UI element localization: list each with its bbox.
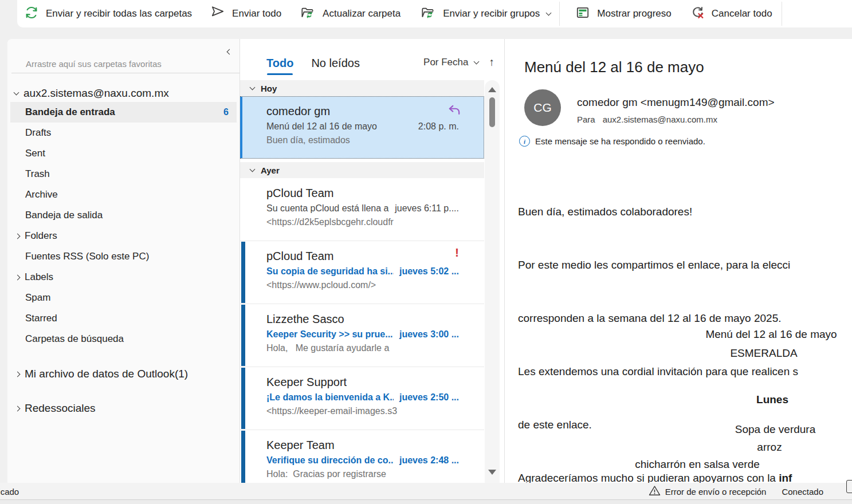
folder-label: Starred [25, 313, 57, 324]
group-header-today[interactable]: Hoy [240, 80, 484, 96]
sidebar-divider [11, 73, 239, 73]
message-preview: <https://d2k5eplsbcgehr.cloudfr [266, 217, 459, 227]
data-file-label: Redessociales [25, 402, 96, 415]
toolbar-separator [782, 2, 782, 26]
message-row[interactable]: Lizzethe Sasco Keeper Security >> su pru… [240, 304, 484, 367]
unread-indicator-bar [241, 305, 245, 366]
chevron-down-icon [250, 84, 256, 90]
menu-dish-line: arroz [757, 441, 782, 454]
status-bar: licado Error de envío o recepción Conect… [0, 483, 852, 500]
folder-label: Drafts [25, 127, 51, 139]
to-label: Para [577, 115, 595, 124]
toolbar-button-label: Actualizar carpeta [323, 8, 401, 19]
send-icon [210, 5, 225, 22]
message-time: 2:08 p. m. [413, 121, 459, 132]
message-subject: Keeper Security >> su prue... [266, 329, 393, 340]
message-row[interactable]: pCloud Team Su cuenta pCloud está llena … [240, 178, 484, 241]
scroll-down-icon[interactable] [488, 470, 496, 475]
sidebar-item-search-folders[interactable]: Carpetas de búsqueda [7, 329, 239, 349]
folder-label: Bandeja de entrada [25, 107, 115, 118]
sidebar-item-archive[interactable]: Archive [7, 184, 239, 205]
unread-count-badge: 6 [223, 107, 237, 117]
sidebar-item-rss[interactable]: Fuentes RSS (Solo este PC) [7, 246, 239, 267]
folder-list: Bandeja de entrada 6 Drafts Sent Trash A… [7, 102, 239, 349]
message-time: jueves 2:48 ... [394, 455, 459, 466]
message-sender: comedor gm [266, 104, 459, 119]
message-row[interactable]: Keeper Support ¡Le damos la bienvenida a… [240, 367, 484, 430]
sort-ascending-icon[interactable]: ↑ [489, 56, 495, 69]
sidebar-item-spam[interactable]: Spam [7, 288, 239, 308]
info-icon: i [519, 136, 530, 147]
message-sender: pCloud Team [266, 249, 459, 263]
unread-indicator-bar [241, 368, 245, 429]
tab-unread[interactable]: No leídos [311, 56, 360, 75]
folder-sidebar: Arrastre aquí sus carpetas favoritas aux… [7, 39, 240, 483]
account-header[interactable]: aux2.sistemas@naxu.com.mx [7, 86, 239, 101]
list-scrollbar[interactable] [485, 80, 500, 483]
info-banner-text: Este mensaje se ha respondido o reenviad… [535, 136, 705, 146]
menu-title-line: Menú del 12 al 16 de mayo [705, 328, 837, 341]
toolbar-button-label: Enviar todo [232, 8, 281, 19]
folder-sync-icon [420, 5, 436, 22]
message-sender: Keeper Team [266, 438, 459, 452]
cancel-sync-icon [690, 5, 705, 22]
email-subject-title: Menú del 12 al 16 de mayo [524, 58, 704, 76]
cancel-all-button[interactable]: Cancelar todo [689, 2, 774, 25]
reading-pane: Menú del 12 al 16 de mayo CG comedor gm … [505, 39, 852, 483]
send-receive-error-status[interactable]: Error de envío o recepción [649, 485, 767, 498]
message-row[interactable]: pCloud Team ! Su copia de seguridad ha s… [240, 241, 484, 304]
error-status-text: Error de envío o recepción [665, 487, 767, 497]
body-line: Les extendemos una cordial invitación pa… [518, 363, 798, 380]
message-row[interactable]: Keeper Team Verifique su dirección de co… [240, 430, 484, 483]
folder-label: Carpetas de búsqueda [25, 333, 124, 345]
message-subject: Menú del 12 al 16 de mayo [266, 121, 377, 132]
sidebar-item-labels[interactable]: Labels [7, 267, 239, 288]
tab-all[interactable]: Todo [266, 56, 293, 75]
send-all-button[interactable]: Enviar todo [209, 2, 282, 25]
sidebar-item-outlook-data-file[interactable]: Mi archivo de datos de Outlook(1) [7, 363, 239, 385]
message-preview: Hola: Gracias por registrarse [266, 469, 459, 479]
folder-label: Spam [25, 292, 50, 304]
message-sender: pCloud Team [266, 186, 459, 200]
sidebar-item-starred[interactable]: Starred [7, 308, 239, 329]
outlook-main-panel: Arrastre aquí sus carpetas favoritas aux… [7, 39, 852, 483]
sidebar-item-outbox[interactable]: Bandeja de salida [7, 205, 239, 226]
message-preview: Buen día, estimados [266, 135, 459, 145]
menu-restaurant-line: ESMERALDA [730, 347, 797, 360]
toolbar-separator [559, 2, 560, 26]
scrollbar-thumb[interactable] [489, 97, 495, 127]
sidebar-item-trash[interactable]: Trash [7, 164, 239, 184]
favorites-hint: Arrastre aquí sus carpetas favoritas [26, 58, 239, 70]
sort-by-label: Por Fecha [423, 57, 468, 68]
toolbar-button-label: Enviar y recibir todas las carpetas [46, 8, 192, 19]
chevron-right-icon [15, 233, 21, 239]
sidebar-item-folders[interactable]: Folders [7, 226, 239, 246]
update-folder-button[interactable]: Actualizar carpeta [299, 2, 402, 25]
sidebar-item-drafts[interactable]: Drafts [7, 123, 239, 143]
toolbar-button-label: Mostrar progreso [597, 8, 671, 19]
message-subject: Verifique su dirección de co... [266, 455, 394, 466]
sidebar-item-sent[interactable]: Sent [7, 143, 239, 164]
folder-label: Trash [25, 168, 50, 180]
scroll-up-icon[interactable] [488, 87, 496, 92]
group-label: Hoy [261, 84, 277, 93]
chevron-down-icon [546, 10, 552, 15]
sidebar-item-redessociales[interactable]: Redessociales [7, 397, 239, 419]
body-line: Buen día, estimados colaboradores! [518, 203, 798, 220]
collapse-sidebar-button[interactable] [227, 46, 231, 56]
show-progress-button[interactable]: Mostrar progreso [574, 2, 672, 25]
chevron-down-icon [250, 166, 256, 172]
send-receive-groups-button[interactable]: Enviar y recibir grupos [419, 2, 552, 25]
group-header-yesterday[interactable]: Ayer [240, 162, 484, 178]
message-subject: ¡Le damos la bienvenida a K... [266, 392, 394, 403]
sidebar-item-inbox[interactable]: Bandeja de entrada 6 [10, 102, 237, 123]
toolbar-button-label: Enviar y recibir grupos [443, 8, 540, 19]
unread-indicator-bar [241, 431, 245, 483]
group-label: Ayer [261, 166, 280, 175]
sort-control[interactable]: Por Fecha ↑ [423, 56, 494, 69]
display-settings-icon[interactable] [846, 480, 852, 493]
send-receive-all-folders-button[interactable]: Enviar y recibir todas las carpetas [23, 2, 193, 25]
message-row-selected[interactable]: comedor gm Menú del 12 al 16 de mayo 2:0… [240, 96, 484, 159]
replied-info-banner: i Este mensaje se ha respondido o reenvi… [519, 136, 705, 147]
folder-label: Labels [25, 271, 53, 283]
